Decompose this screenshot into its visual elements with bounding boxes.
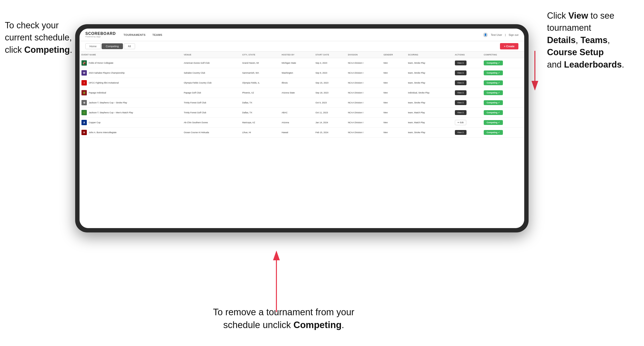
actions-cell[interactable]: View ⊙: [453, 108, 482, 118]
competing-button[interactable]: Competing ✓: [484, 110, 503, 115]
actions-cell[interactable]: View ⊙: [453, 58, 482, 68]
hosted-by-cell: Hawaii: [280, 128, 313, 138]
event-name-cell: H John A. Burns Intercollegiate: [80, 128, 182, 138]
create-button[interactable]: + Create: [500, 43, 518, 49]
col-scoring: SCORING: [406, 52, 453, 58]
team-logo: ⚙: [82, 100, 87, 105]
city-state-cell: Dallas, TX: [240, 108, 280, 118]
col-competing: COMPETING: [482, 52, 524, 58]
scoring-cell: team, Match Play: [406, 108, 453, 118]
view-button[interactable]: View ⊙: [455, 60, 467, 65]
competing-cell[interactable]: Competing ✓: [482, 98, 524, 108]
actions-cell[interactable]: View ⊙: [453, 88, 482, 98]
division-cell: NCAA Division I: [346, 68, 382, 78]
nav-teams[interactable]: TEAMS: [152, 33, 162, 36]
team-logo: A: [82, 120, 87, 125]
hosted-by-cell: Illinois: [280, 78, 313, 88]
competing-button[interactable]: Competing ✓: [484, 80, 503, 85]
hosted-by-cell: Michigan State: [280, 58, 313, 68]
city-state-cell: Maricopa, AZ: [240, 118, 280, 128]
nav-tournaments[interactable]: TOURNAMENTS: [124, 33, 146, 36]
venue-cell: Sahalee Country Club: [182, 68, 240, 78]
competing-button[interactable]: Competing ✓: [484, 100, 503, 105]
table-row: ⚙ Jackson T. Stephens Cup – Stroke Play …: [80, 98, 524, 108]
view-button[interactable]: View ⊙: [455, 90, 467, 95]
tab-competing[interactable]: Competing: [102, 43, 123, 49]
gender-cell: Men: [382, 108, 406, 118]
view-button[interactable]: View ⊙: [455, 100, 467, 105]
hosted-by-cell: [280, 98, 313, 108]
gender-cell: Men: [382, 98, 406, 108]
gender-cell: Men: [382, 78, 406, 88]
table-row: 🌿 Jackson T. Stephens Cup – Men's Match …: [80, 108, 524, 118]
division-cell: NCAA Division I: [346, 58, 382, 68]
scoring-cell: team, Match Play: [406, 118, 453, 128]
table-container: EVENT NAME VENUE CITY, STATE HOSTED BY S…: [80, 52, 524, 228]
city-state-cell: Dallas, TX: [240, 98, 280, 108]
actions-cell[interactable]: View ⊙: [453, 98, 482, 108]
event-name-cell: W 2023 Sahalee Players Championship: [80, 68, 182, 78]
view-button[interactable]: View ⊙: [455, 130, 467, 135]
hosted-by-cell: Arizona State: [280, 88, 313, 98]
competing-cell[interactable]: Competing ✓: [482, 68, 524, 78]
competing-cell[interactable]: Competing ✓: [482, 58, 524, 68]
table-header-row: EVENT NAME VENUE CITY, STATE HOSTED BY S…: [80, 52, 524, 58]
competing-button[interactable]: Competing ✓: [484, 120, 503, 125]
user-icon: 👤: [483, 32, 488, 37]
annotation-bottom: To remove a tournament from your schedul…: [199, 306, 368, 332]
scoring-cell: team, Stroke Play: [406, 128, 453, 138]
sign-out-link[interactable]: Sign out: [509, 33, 518, 36]
competing-cell[interactable]: Competing ✓: [482, 128, 524, 138]
event-name: Jackson T. Stephens Cup – Men's Match Pl…: [89, 111, 133, 114]
event-name-cell: ⚙ Jackson T. Stephens Cup – Stroke Play: [80, 98, 182, 108]
tab-all[interactable]: All: [124, 43, 135, 49]
view-button[interactable]: View ⊙: [455, 70, 467, 75]
competing-cell[interactable]: Competing ✓: [482, 78, 524, 88]
scoring-cell: team, Stroke Play: [406, 68, 453, 78]
division-cell: NCAA Division I: [346, 108, 382, 118]
division-cell: NCAA Division I: [346, 78, 382, 88]
table-row: 🏈 Folds of Honor Collegiate American Dun…: [80, 58, 524, 68]
venue-cell: American Dunes Golf Club: [182, 58, 240, 68]
start-date-cell: Sep 15, 2023: [314, 78, 346, 88]
actions-cell[interactable]: View ⊙: [453, 78, 482, 88]
tab-bar: Home Competing All + Create: [80, 41, 524, 52]
view-button[interactable]: View ⊙: [455, 80, 467, 85]
division-cell: NCAA Division I: [346, 88, 382, 98]
nav-items: TOURNAMENTS TEAMS: [124, 33, 483, 36]
hosted-by-cell: ABAC: [280, 108, 313, 118]
annotation-top-right: Click View to see tournament Details, Te…: [547, 10, 639, 71]
competing-cell[interactable]: Competing ✓: [482, 118, 524, 128]
competing-button[interactable]: Competing ✓: [484, 60, 503, 65]
competing-button[interactable]: Competing ✓: [484, 130, 503, 135]
actions-cell[interactable]: View ⊙: [453, 128, 482, 138]
tab-home[interactable]: Home: [85, 43, 100, 49]
scoring-cell: individual, Stroke Play: [406, 88, 453, 98]
venue-cell: Trinity Forest Golf Club: [182, 108, 240, 118]
tablet-screen: SCOREBOARD Powered by clippi TOURNAMENTS…: [80, 28, 524, 228]
scoring-cell: team, Stroke Play: [406, 78, 453, 88]
scoreboard-logo: SCOREBOARD Powered by clippi: [85, 32, 116, 38]
event-name: John A. Burns Intercollegiate: [89, 131, 117, 134]
arrow-to-competing-col: [267, 247, 286, 315]
competing-cell[interactable]: Competing ✓: [482, 88, 524, 98]
gender-cell: Men: [382, 58, 406, 68]
event-name-cell: 🏈 Folds of Honor Collegiate: [80, 58, 182, 68]
competing-button[interactable]: Competing ✓: [484, 70, 503, 75]
actions-cell[interactable]: ✏ Edit: [453, 118, 482, 128]
table-row: I OFCC Fighting Illini Invitational Olym…: [80, 78, 524, 88]
event-name: OFCC Fighting Illini Invitational: [89, 82, 119, 84]
table-row: A Copper Cup Ak-Chin Southern DunesMaric…: [80, 118, 524, 128]
competing-cell[interactable]: Competing ✓: [482, 108, 524, 118]
col-city-state: CITY, STATE: [240, 52, 280, 58]
scoring-cell: team, Stroke Play: [406, 98, 453, 108]
table-row: W 2023 Sahalee Players Championship Saha…: [80, 68, 524, 78]
edit-button[interactable]: ✏ Edit: [455, 120, 466, 125]
competing-button[interactable]: Competing ✓: [484, 90, 503, 95]
venue-cell: Papago Golf Club: [182, 88, 240, 98]
actions-cell[interactable]: View ⊙: [453, 68, 482, 78]
app-header: SCOREBOARD Powered by clippi TOURNAMENTS…: [80, 28, 524, 41]
view-button[interactable]: View ⊙: [455, 110, 467, 115]
team-logo: I: [82, 80, 87, 85]
col-division: DIVISION: [346, 52, 382, 58]
